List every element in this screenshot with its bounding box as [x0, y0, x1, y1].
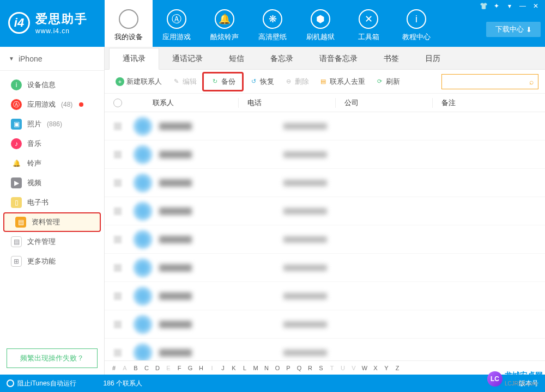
nav-ringtones[interactable]: 🔔 酷炫铃声	[201, 0, 249, 47]
itunes-toggle[interactable]: 阻止iTunes自动运行	[7, 379, 76, 388]
edit-button[interactable]: ✎ 编辑	[167, 75, 201, 89]
sidebar-item-photos[interactable]: ▣ 照片 (886)	[0, 114, 104, 134]
select-all[interactable]	[105, 99, 131, 107]
table-header: 联系人 电话 公司 备注	[105, 94, 545, 112]
header-note[interactable]: 备注	[433, 98, 545, 108]
device-header[interactable]: ▼ iPhone	[0, 47, 104, 71]
tab-voicememo[interactable]: 语音备忘录	[306, 48, 371, 69]
alpha-letter[interactable]: M	[251, 365, 261, 371]
alpha-letter[interactable]: O	[272, 365, 282, 371]
alpha-letter[interactable]: S	[316, 365, 326, 371]
sidebar-label: 应用游戏	[27, 100, 56, 109]
search-input[interactable]	[446, 78, 529, 85]
tab-notes[interactable]: 备忘录	[257, 48, 306, 69]
dedupe-icon: ▤	[319, 77, 328, 86]
header-contact[interactable]: 联系人	[131, 98, 239, 108]
nav-my-device[interactable]: 我的设备	[105, 0, 153, 47]
device-name: iPhone	[19, 54, 43, 63]
alpha-letter[interactable]: F	[174, 365, 184, 371]
alpha-letter[interactable]: V	[349, 365, 359, 371]
alpha-letter[interactable]: I	[207, 365, 217, 371]
alpha-letter[interactable]: T	[327, 365, 337, 371]
delete-button[interactable]: ⊖ 删除	[280, 75, 313, 89]
alpha-letter[interactable]: L	[240, 365, 250, 371]
alpha-letter[interactable]: N	[262, 365, 271, 371]
help-button[interactable]: 频繁出现操作失败？	[7, 348, 98, 368]
alpha-letter[interactable]: K	[229, 365, 239, 371]
table-row[interactable]	[105, 225, 545, 254]
refresh-button[interactable]: ⟳ 刷新	[371, 75, 404, 89]
table-row[interactable]	[105, 282, 545, 310]
alpha-letter[interactable]: B	[131, 365, 141, 371]
table-row[interactable]	[105, 339, 545, 360]
top-nav: 我的设备 Ⓐ 应用游戏 🔔 酷炫铃声 ❋ 高清壁纸 ⬢ 刷机越狱 ✕ 工具箱 i…	[105, 0, 440, 47]
alpha-letter[interactable]: G	[185, 365, 195, 371]
app-icon: Ⓐ	[167, 9, 186, 29]
sidebar-item-apps[interactable]: Ⓐ 应用游戏 (48)	[0, 95, 104, 114]
alpha-letter[interactable]: U	[338, 365, 348, 371]
table-body[interactable]	[105, 112, 545, 360]
tab-calls[interactable]: 通话记录	[159, 48, 216, 69]
tab-bookmarks[interactable]: 书签	[371, 48, 412, 69]
table-row[interactable]	[105, 254, 545, 282]
menu-icon[interactable]: ▾	[505, 2, 514, 10]
alpha-letter[interactable]: A	[120, 365, 130, 371]
alpha-letter[interactable]: W	[360, 365, 370, 371]
checkbox-icon	[114, 207, 122, 215]
alpha-letter[interactable]: H	[196, 365, 206, 371]
alpha-letter[interactable]: Y	[382, 365, 391, 371]
sidebar-item-info[interactable]: i 设备信息	[0, 75, 104, 95]
nav-tutorials[interactable]: i 教程中心	[392, 0, 440, 47]
header-phone[interactable]: 电话	[239, 98, 336, 108]
tab-sms[interactable]: 短信	[216, 48, 257, 69]
close-icon[interactable]: ✕	[531, 2, 541, 10]
download-center-button[interactable]: 下载中心 ⬇	[486, 22, 541, 37]
sidebar-list: i 设备信息 Ⓐ 应用游戏 (48) ▣ 照片 (886) ♪ 音乐 🔔 铃声	[0, 71, 104, 342]
tab-contacts[interactable]: 通讯录	[109, 48, 159, 70]
table-row[interactable]	[105, 310, 545, 339]
table-row[interactable]	[105, 197, 545, 225]
table-row[interactable]	[105, 140, 545, 169]
alpha-letter[interactable]: Q	[294, 365, 304, 371]
alpha-letter[interactable]: R	[305, 365, 315, 371]
table-row[interactable]	[105, 112, 545, 140]
nav-apps[interactable]: Ⓐ 应用游戏	[153, 0, 201, 47]
settings-icon[interactable]: ✦	[492, 2, 501, 10]
flower-icon: ❋	[263, 9, 282, 29]
alpha-letter[interactable]: E	[164, 365, 173, 371]
alpha-letter[interactable]: Z	[392, 365, 402, 371]
watermark-badge-icon: LC	[487, 371, 502, 387]
header-company[interactable]: 公司	[336, 98, 433, 108]
sidebar-item-data-management[interactable]: ▤ 资料管理	[3, 212, 101, 232]
checkbox-icon	[114, 264, 122, 272]
backup-button[interactable]: ↻ 备份	[202, 72, 244, 91]
contact-name	[159, 179, 192, 187]
sidebar-item-music[interactable]: ♪ 音乐	[0, 134, 104, 154]
search-box[interactable]: ⌕	[441, 74, 538, 89]
nav-jailbreak[interactable]: ⬢ 刷机越狱	[296, 0, 344, 47]
sidebar-label: 音乐	[27, 139, 41, 149]
dedupe-button[interactable]: ▤ 联系人去重	[314, 75, 370, 89]
alpha-letter[interactable]: P	[283, 365, 293, 371]
alpha-letter[interactable]: C	[142, 365, 152, 371]
alpha-letter[interactable]: D	[153, 365, 162, 371]
sidebar-item-more[interactable]: ⊞ 更多功能	[0, 252, 104, 271]
alpha-letter[interactable]: X	[371, 365, 380, 371]
nav-toolbox[interactable]: ✕ 工具箱	[344, 0, 392, 47]
sidebar-item-files[interactable]: ▤ 文件管理	[0, 232, 104, 252]
minimize-icon[interactable]: —	[518, 2, 528, 10]
skin-icon[interactable]: 👕	[479, 2, 488, 10]
sidebar-item-ebook[interactable]: ▯ 电子书	[0, 193, 104, 212]
sidebar-item-ringtones[interactable]: 🔔 铃声	[0, 154, 104, 173]
nav-wallpapers[interactable]: ❋ 高清壁纸	[249, 0, 296, 47]
nav-label: 我的设备	[114, 32, 143, 42]
search-icon[interactable]: ⌕	[529, 77, 534, 86]
table-row[interactable]	[105, 169, 545, 197]
alpha-letter[interactable]: J	[218, 365, 228, 371]
restore-button[interactable]: ↺ 恢复	[245, 75, 278, 89]
sidebar-item-video[interactable]: ▶ 视频	[0, 173, 104, 193]
tab-calendar[interactable]: 日历	[412, 48, 453, 69]
new-contact-button[interactable]: + 新建联系人	[111, 75, 166, 89]
nav-label: 应用游戏	[162, 32, 191, 42]
alpha-letter[interactable]: #	[109, 365, 119, 371]
